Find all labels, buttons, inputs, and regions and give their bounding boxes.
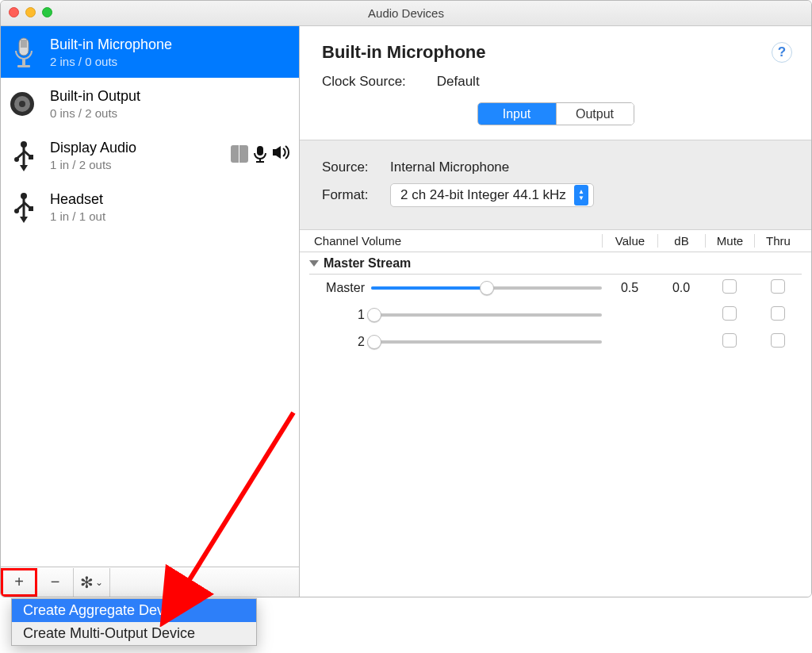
svg-point-11 [14, 157, 19, 162]
th-db: dB [657, 234, 705, 248]
traffic-lights [9, 7, 52, 17]
usb-icon [7, 139, 40, 172]
menu-create-multi-output-device[interactable]: Create Multi-Output Device [12, 622, 256, 645]
sidebar-toolbar: + − ✻⌄ [1, 567, 299, 597]
io-tabs: Input Output [477, 102, 634, 125]
thru-checkbox[interactable] [771, 333, 785, 348]
channel-label: 2 [309, 335, 371, 349]
svg-marker-24 [20, 217, 28, 223]
gear-icon: ✻ [80, 573, 94, 592]
help-button[interactable]: ? [772, 42, 792, 63]
svg-point-6 [19, 101, 25, 107]
device-row-headset[interactable]: Headset 1 in / 1 out [1, 181, 299, 232]
add-device-menu: Create Aggregate Device Create Multi-Out… [11, 598, 257, 646]
mute-checkbox[interactable] [722, 306, 737, 321]
stream-group-header[interactable]: Master Stream [309, 252, 802, 275]
chevron-down-icon: ⌄ [95, 577, 103, 588]
stepper-icon: ▲▼ [574, 185, 588, 206]
device-io: 1 in / 1 out [50, 209, 289, 223]
mic-icon [253, 145, 267, 166]
channel-row-1: 1 [309, 302, 802, 328]
detail-title: Built-in Microphone [322, 42, 789, 63]
volume-slider-2[interactable] [371, 335, 602, 349]
microphone-icon [7, 36, 40, 69]
channel-label: Master [309, 281, 371, 295]
menu-create-aggregate-device[interactable]: Create Aggregate Device [12, 599, 256, 622]
volume-slider-1[interactable] [371, 308, 602, 322]
options-button[interactable]: ✻⌄ [74, 568, 110, 597]
tab-input[interactable]: Input [478, 103, 556, 125]
group-label: Master Stream [324, 256, 411, 271]
th-channel: Channel Volume [309, 234, 602, 248]
format-select[interactable]: 2 ch 24-bit Integer 44.1 kHz ▲▼ [390, 183, 594, 207]
channel-row-master: Master 0.5 0.0 [309, 275, 802, 302]
device-row-builtin-microphone[interactable]: Built-in Microphone 2 ins / 0 outs [1, 26, 299, 78]
device-sidebar: Built-in Microphone 2 ins / 0 outs Built… [1, 26, 300, 597]
plus-icon: + [14, 573, 24, 591]
svg-rect-2 [22, 59, 25, 65]
th-value: Value [602, 234, 657, 248]
add-device-button[interactable]: + [1, 568, 37, 597]
format-value: 2 ch 24-bit Integer 44.1 kHz [400, 187, 566, 203]
mute-checkbox[interactable] [722, 279, 737, 294]
window-title: Audio Devices [368, 6, 444, 20]
svg-point-22 [14, 209, 19, 213]
zoom-icon[interactable] [42, 7, 52, 17]
volume-slider-master[interactable] [371, 281, 602, 295]
thru-checkbox[interactable] [771, 306, 785, 321]
svg-rect-3 [17, 65, 30, 67]
device-name: Headset [50, 191, 289, 208]
minimize-icon[interactable] [25, 7, 36, 17]
mute-checkbox[interactable] [722, 333, 737, 348]
svg-marker-13 [20, 165, 28, 171]
device-io: 1 in / 2 outs [50, 158, 231, 171]
source-value: Internal Microphone [390, 159, 509, 175]
speaker-icon [7, 87, 40, 121]
clock-source-label: Clock Source: [322, 74, 433, 90]
svg-marker-17 [273, 146, 281, 159]
disclosure-triangle-icon [309, 260, 319, 267]
channel-table-header: Channel Volume Value dB Mute Thru [300, 230, 811, 252]
settings-panel: Source: Internal Microphone Format: 2 ch… [300, 140, 811, 230]
source-label: Source: [322, 159, 390, 175]
channel-value: 0.5 [602, 281, 657, 295]
finder-icon [231, 145, 248, 163]
usb-icon [7, 190, 40, 224]
device-name: Built-in Microphone [50, 36, 289, 53]
device-name: Display Audio [50, 140, 231, 156]
th-mute: Mute [705, 234, 754, 248]
svg-rect-12 [29, 155, 33, 159]
th-thru: Thru [754, 234, 802, 248]
channel-row-2: 2 [309, 328, 802, 355]
volume-icon [272, 145, 289, 166]
close-icon[interactable] [9, 7, 19, 17]
channel-db: 0.0 [657, 281, 705, 295]
titlebar: Audio Devices [1, 1, 811, 26]
thru-checkbox[interactable] [771, 279, 785, 294]
detail-pane: Built-in Microphone ? Clock Source: Defa… [300, 26, 811, 597]
svg-rect-14 [257, 146, 263, 156]
tab-output[interactable]: Output [556, 103, 634, 125]
device-name: Built-in Output [50, 88, 289, 105]
format-label: Format: [322, 187, 390, 203]
svg-rect-1 [21, 40, 27, 48]
audio-devices-window: Audio Devices Built-i [0, 0, 812, 597]
svg-rect-23 [29, 206, 33, 211]
device-row-builtin-output[interactable]: Built-in Output 0 ins / 2 outs [1, 78, 299, 129]
device-row-display-audio[interactable]: Display Audio 1 in / 2 outs [1, 129, 299, 181]
minus-icon: − [51, 573, 60, 591]
clock-source-value: Default [437, 74, 480, 89]
device-io: 2 ins / 0 outs [50, 55, 289, 68]
channel-label: 1 [309, 308, 371, 322]
device-io: 0 ins / 2 outs [50, 106, 289, 120]
remove-device-button[interactable]: − [37, 568, 74, 597]
